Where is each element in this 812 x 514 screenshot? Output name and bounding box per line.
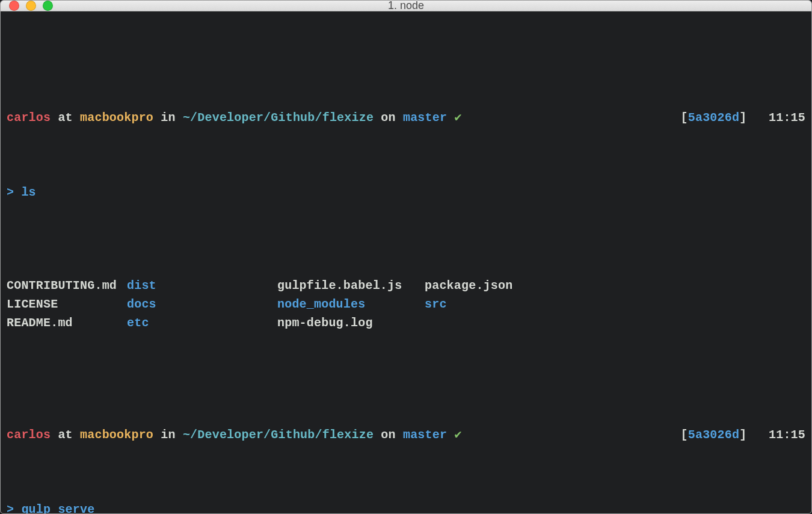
prompt-branch: master <box>403 428 447 442</box>
prompt-in: in <box>153 111 183 125</box>
command-text: ls <box>21 185 35 199</box>
ls-file: npm-debug.log <box>277 314 425 332</box>
prompt-path: ~/Developer/Github/flexize <box>183 111 374 125</box>
ls-dir: docs <box>127 295 277 314</box>
prompt-marker: > <box>7 503 21 514</box>
window-title: 1. node <box>1 0 811 12</box>
terminal-body[interactable]: carlos at macbookpro in ~/Developer/Gith… <box>1 11 811 514</box>
ls-dir: etc <box>127 314 277 332</box>
prompt-time: 11:15 <box>769 428 805 442</box>
prompt-marker: > <box>7 185 21 199</box>
traffic-lights <box>9 1 53 11</box>
zoom-icon[interactable] <box>43 1 53 11</box>
ls-file: CONTRIBUTING.md <box>7 276 127 295</box>
prompt-on: on <box>374 111 403 125</box>
prompt-user: carlos <box>7 428 51 442</box>
prompt-in: in <box>153 428 183 442</box>
ls-dir: dist <box>127 276 277 295</box>
command-line: > gulp serve <box>7 500 805 514</box>
ls-file: package.json <box>425 276 805 295</box>
minimize-icon[interactable] <box>26 1 36 11</box>
prompt-on: on <box>374 428 403 442</box>
prompt-path: ~/Developer/Github/flexize <box>183 428 374 442</box>
prompt-host: macbookpro <box>80 111 153 125</box>
prompt-at: at <box>51 111 80 125</box>
prompt-line: carlos at macbookpro in ~/Developer/Gith… <box>7 90 805 146</box>
prompt-user: carlos <box>7 111 51 125</box>
ls-dir: node_modules <box>277 295 425 314</box>
ls-file: README.md <box>7 314 127 332</box>
git-hash: 5a3026d <box>688 428 739 442</box>
prompt-at: at <box>51 428 80 442</box>
prompt-line: carlos at macbookpro in ~/Developer/Gith… <box>7 407 805 463</box>
check-icon: ✔ <box>454 428 461 442</box>
titlebar: 1. node <box>1 1 811 11</box>
command-line: > ls <box>7 183 805 202</box>
ls-file <box>425 314 805 332</box>
close-icon[interactable] <box>9 1 19 11</box>
prompt-branch: master <box>403 111 447 125</box>
hash-close: ] <box>739 111 746 125</box>
ls-file: gulpfile.babel.js <box>277 276 425 295</box>
ls-file: LICENSE <box>7 295 127 314</box>
git-hash: 5a3026d <box>688 111 739 125</box>
ls-output: CONTRIBUTING.mddistgulpfile.babel.jspack… <box>7 276 805 332</box>
prompt-time: 11:15 <box>769 111 805 125</box>
prompt-host: macbookpro <box>80 428 153 442</box>
check-icon: ✔ <box>454 111 461 125</box>
hash-open: [ <box>681 111 688 125</box>
ls-dir: src <box>425 295 805 314</box>
command-text: gulp serve <box>21 503 94 514</box>
terminal-window: 1. node carlos at macbookpro in ~/Develo… <box>0 0 812 514</box>
